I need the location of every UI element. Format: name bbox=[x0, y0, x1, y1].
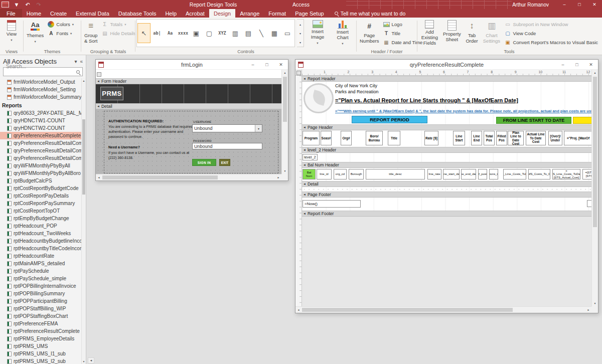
column-header-box[interactable]: Org# bbox=[341, 131, 352, 145]
nav-item[interactable]: rptCostReportTopOT bbox=[0, 207, 81, 215]
view-button[interactable]: View ▾ bbox=[5, 19, 19, 47]
nav-item[interactable]: rptPreferenceFEMA bbox=[0, 320, 81, 327]
field-box[interactable]: line_id bbox=[317, 169, 332, 179]
nav-item[interactable]: rptHeadcount_POP bbox=[0, 222, 81, 230]
frmlogin-titlebar[interactable]: frmLogin – □ ✕ bbox=[96, 60, 288, 70]
nav-item[interactable]: rptPRMS_UMS bbox=[0, 342, 81, 350]
tab-file[interactable]: File bbox=[0, 9, 22, 18]
column-header-box[interactable]: [Over]/ Under bbox=[548, 131, 562, 145]
org-name-line2[interactable]: Parks and Recreation bbox=[335, 89, 379, 94]
nav-item[interactable]: qryHDNCTW2-COUNT bbox=[0, 124, 81, 132]
subreport-button[interactable]: ▭ Subreport in New Window bbox=[502, 21, 600, 28]
horizontal-ruler[interactable]: 123456789101112 bbox=[302, 70, 591, 76]
report-horizontal-scrollbar[interactable]: ◄ ► bbox=[295, 306, 591, 313]
nav-collapse-icon[interactable]: « bbox=[80, 59, 83, 64]
agency-logo-placeholder[interactable] bbox=[304, 83, 334, 113]
nav-group-reports[interactable]: Reports bbox=[0, 101, 81, 109]
property-sheet-button[interactable]: Property Sheet bbox=[441, 19, 463, 47]
select-pointer-icon[interactable]: ↖ bbox=[137, 23, 150, 43]
gallery-more-icon[interactable]: ▾ bbox=[297, 38, 304, 47]
tell-me-box[interactable]: Tell me what you want to do bbox=[329, 9, 412, 18]
tab-page-setup[interactable]: Page Setup bbox=[290, 9, 329, 18]
convert-macros-button[interactable]: ▣ Convert Report's Macros to Visual Basi… bbox=[502, 39, 600, 46]
nav-item[interactable]: frmWorkforceModel_Setting bbox=[0, 86, 81, 93]
report-window-titlebar[interactable]: qryPreferenceResultComplete – □ ✕ bbox=[295, 60, 598, 70]
column-header-box[interactable]: Line End bbox=[471, 131, 482, 145]
vertical-ruler[interactable] bbox=[295, 76, 302, 306]
page-footer-right-box[interactable] bbox=[587, 200, 591, 207]
maximize-button[interactable]: □ bbox=[260, 60, 274, 70]
redo-icon[interactable]: ↷ bbox=[34, 2, 44, 8]
account-user-name[interactable]: Arthur Romanov bbox=[512, 2, 549, 8]
tab-help[interactable]: Help bbox=[161, 9, 181, 18]
field-box[interactable]: line_rate bbox=[427, 169, 441, 179]
scroll-right-icon[interactable]: ► bbox=[275, 174, 281, 180]
command-button-icon[interactable]: xxxx bbox=[177, 23, 190, 43]
password-field[interactable]: Unbound bbox=[192, 143, 262, 149]
column-header-box[interactable]: Seas# bbox=[321, 131, 332, 145]
gallery-down-icon[interactable]: ▾ bbox=[297, 29, 304, 38]
nav-item[interactable]: qryPreferenceResultDetailComplete bbox=[0, 139, 81, 147]
themes-button[interactable]: Aa Themes ▾ bbox=[25, 19, 46, 47]
nav-item[interactable]: qryWFMMonthlyPbyByAll bbox=[0, 162, 81, 169]
report-footer-section-bar[interactable]: ◄ Report Footer bbox=[302, 211, 591, 217]
report-period-box[interactable]: REPORT PERIOD bbox=[352, 116, 427, 123]
scroll-down-icon[interactable]: ▼ bbox=[82, 359, 86, 364]
maximize-button[interactable]: □ bbox=[572, 0, 587, 9]
nav-item[interactable]: rptPOPBillingInternalInvoice bbox=[0, 282, 81, 290]
maximize-button[interactable]: □ bbox=[570, 60, 584, 70]
minimize-button[interactable]: – bbox=[557, 0, 572, 9]
tab-control-icon[interactable]: ▣ bbox=[190, 23, 203, 43]
prms-logo[interactable]: PRMS bbox=[100, 87, 123, 100]
page-numbers-button[interactable]: # Page Numbers bbox=[358, 19, 381, 47]
nav-item[interactable]: rptHeadcountRate bbox=[0, 252, 81, 260]
nav-search-input[interactable]: Search... bbox=[3, 67, 83, 76]
column-header-box[interactable]: Rate [$] bbox=[424, 131, 438, 145]
exit-button[interactable]: EXIT bbox=[219, 159, 230, 166]
scroll-up-icon[interactable]: ▲ bbox=[82, 78, 86, 83]
controls-gallery-scroll[interactable]: ▴ ▾ ▾ bbox=[297, 19, 304, 47]
gallery-up-icon[interactable]: ▴ bbox=[297, 20, 304, 29]
tab-create[interactable]: Create bbox=[46, 9, 71, 18]
detail-section-bar[interactable]: ◄ Detail bbox=[96, 103, 281, 109]
combo-box-icon[interactable]: ▦ bbox=[268, 23, 281, 43]
nav-item[interactable]: rptPRMS_UMS_I1_sub bbox=[0, 350, 81, 357]
tab-acrobat[interactable]: Acrobat bbox=[181, 9, 209, 18]
column-header-box[interactable]: Program bbox=[303, 131, 320, 145]
column-header-box[interactable]: Filled Pos bbox=[496, 131, 507, 145]
group-sort-button[interactable]: ≡ Group & Sort bbox=[82, 19, 99, 47]
report-header-section-bar[interactable]: ◄ Report Header bbox=[302, 76, 591, 82]
frmlogin-horizontal-scrollbar[interactable]: ◄ ► bbox=[96, 174, 281, 180]
nav-item[interactable]: rptCostReportPaySummary bbox=[0, 200, 81, 207]
need-username-text[interactable]: Need a Username? bbox=[108, 145, 140, 149]
nav-item[interactable]: rptHeadcountbyTitleCodeIncon bbox=[0, 245, 81, 252]
nav-item[interactable]: qryPreferenceResultDetailCompleteStep... bbox=[0, 154, 81, 162]
nav-item[interactable]: qryPreferenceResultComplete bbox=[0, 132, 81, 139]
nav-item[interactable]: frmWorkforceModel_Summary bbox=[0, 93, 81, 101]
tab-order-button[interactable]: ↕ Tab Order bbox=[463, 19, 481, 47]
field-box[interactable]: STS_Line_Costs_ToDate bbox=[503, 169, 526, 179]
page-footer-section-bar[interactable]: ◄ Page Footer bbox=[302, 192, 591, 198]
colors-button[interactable]: Colors ▾ bbox=[46, 21, 76, 28]
nav-item[interactable]: rptPOPStaffingBoxChart bbox=[0, 312, 81, 320]
field-box[interactable]: org_cd bbox=[334, 169, 347, 179]
form-header-section-bar[interactable]: ◄ Form Header bbox=[96, 78, 281, 84]
nav-item[interactable]: rptEmpByBudgetChange bbox=[0, 215, 81, 222]
level2-field-box[interactable]: level_2 bbox=[303, 154, 318, 160]
nav-item[interactable]: qryPreferenceResultDetailComplete2 bbox=[0, 147, 81, 154]
yellow-highlight-box[interactable] bbox=[573, 117, 591, 124]
line-icon[interactable]: ╲ bbox=[255, 23, 268, 43]
column-header-box[interactable]: Title bbox=[388, 131, 400, 145]
field-box[interactable]: =[STS_Line_Costs_ToDate]-[STS_Actual_Cos… bbox=[552, 169, 580, 179]
username-combo[interactable]: Unbound ▾ bbox=[192, 124, 262, 132]
nav-item[interactable]: qryHDNCTW1-COUNT bbox=[0, 117, 81, 124]
column-header-box[interactable]: Total Pos bbox=[484, 131, 495, 145]
column-header-box[interactable]: Boro/ Bureau bbox=[366, 131, 383, 145]
scroll-left-icon[interactable]: ◄ bbox=[96, 174, 102, 180]
from-line-start-box[interactable]: FROM LINE START TO DATE bbox=[496, 117, 571, 124]
close-button[interactable]: ✕ bbox=[584, 60, 598, 70]
now-formula-box[interactable]: =Now() bbox=[303, 200, 361, 208]
combo-dropdown-icon[interactable]: ▾ bbox=[255, 125, 262, 132]
report-selector-box[interactable] bbox=[295, 70, 302, 76]
column-header-box[interactable]: Actual Line To Date Cost bbox=[526, 131, 546, 145]
